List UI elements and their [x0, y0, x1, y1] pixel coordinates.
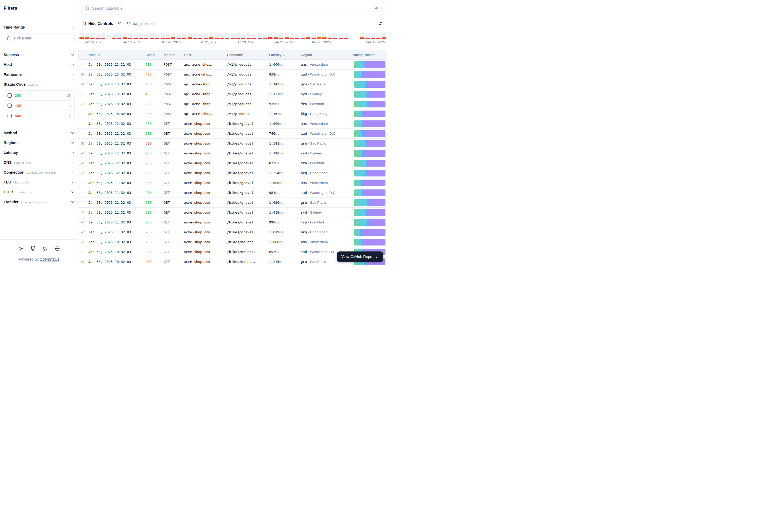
- table-row[interactable]: Jan 30, 2025 13:32:03 200 POST api.acme-…: [78, 79, 386, 89]
- histogram-bar[interactable]: [312, 33, 316, 39]
- histogram-bar[interactable]: [187, 33, 192, 39]
- filter-section-header[interactable]: Regions: [4, 138, 74, 148]
- histogram-bar[interactable]: [160, 33, 165, 39]
- histogram-bar[interactable]: [220, 33, 224, 39]
- sort-icon[interactable]: [283, 53, 286, 57]
- filter-section-header[interactable]: TTFB timing.ttfb: [4, 187, 74, 197]
- table-row[interactable]: Jan 30, 2025 10:32:03 200 GET acme-shop.…: [78, 237, 386, 247]
- table-row[interactable]: Jan 30, 2025 13:32:03 400 POST api.acme-…: [78, 89, 386, 99]
- histogram-bar[interactable]: [268, 33, 273, 39]
- histogram-bar[interactable]: [209, 33, 213, 39]
- histogram-bar[interactable]: [349, 33, 354, 39]
- histogram-bar[interactable]: [247, 33, 251, 39]
- table-row[interactable]: Jan 30, 2025 11:32:03 200 GET acme-shop.…: [78, 188, 386, 198]
- histogram-bar[interactable]: [360, 33, 364, 39]
- histogram-bar[interactable]: [204, 33, 208, 39]
- table-row[interactable]: Jan 30, 2025 13:32:03 200 POST api.acme-…: [78, 109, 386, 119]
- column-header[interactable]: Pathname: [227, 53, 269, 57]
- table-row[interactable]: Jan 30, 2025 12:32:03 500 GET acme-shop.…: [78, 139, 386, 148]
- histogram-bar[interactable]: [322, 33, 327, 39]
- column-header[interactable]: Region: [301, 53, 352, 57]
- histogram-bar[interactable]: [263, 33, 267, 39]
- column-header[interactable]: Date: [88, 53, 145, 57]
- column-header[interactable]: Timing Phases: [352, 53, 386, 57]
- view-options-button[interactable]: [376, 19, 385, 28]
- histogram-bar[interactable]: [274, 33, 278, 39]
- table-row[interactable]: Jan 30, 2025 11:32:03 200 GET acme-shop.…: [78, 227, 386, 237]
- globe-icon[interactable]: [55, 246, 60, 251]
- histogram-bar[interactable]: [117, 33, 121, 39]
- table-row[interactable]: Jan 30, 2025 13:32:03 200 POST api.acme-…: [78, 60, 386, 70]
- histogram-bar[interactable]: [215, 33, 219, 39]
- status-code-option[interactable]: 500 2: [4, 111, 74, 121]
- table-row[interactable]: Jan 30, 2025 11:32:03 200 GET acme-shop.…: [78, 217, 386, 227]
- histogram-bar[interactable]: [285, 33, 289, 39]
- histogram-bar[interactable]: [112, 33, 116, 39]
- table-row[interactable]: Jan 30, 2025 11:32:03 200 GET acme-shop.…: [78, 208, 386, 217]
- table-row[interactable]: Jan 30, 2025 11:32:03 200 GET acme-shop.…: [78, 198, 386, 208]
- histogram-bar[interactable]: [176, 33, 181, 39]
- table-row[interactable]: Jan 30, 2025 13:32:03 400 POST api.acme-…: [78, 70, 386, 79]
- table-row[interactable]: Jan 30, 2025 11:32:03 200 GET acme-shop.…: [78, 178, 386, 188]
- table-row[interactable]: Jan 30, 2025 12:32:03 200 GET acme-shop.…: [78, 158, 386, 168]
- github-icon[interactable]: [31, 246, 35, 251]
- histogram-bar[interactable]: [376, 33, 381, 39]
- column-header[interactable]: Latency: [269, 53, 301, 57]
- filter-section-header[interactable]: Status Code status: [4, 79, 74, 89]
- sort-icon[interactable]: [97, 53, 100, 57]
- openstatus-link[interactable]: OpenStatus: [40, 257, 60, 261]
- histogram-bar[interactable]: [301, 33, 305, 39]
- filter-section-header[interactable]: Success: [4, 50, 74, 60]
- histogram-bar[interactable]: [279, 33, 283, 39]
- histogram-bar[interactable]: [328, 33, 332, 39]
- sun-icon[interactable]: [18, 246, 23, 251]
- histogram-bar[interactable]: [139, 33, 143, 39]
- view-github-repo-button[interactable]: View GitHub Repo: [337, 251, 383, 262]
- histogram-bar[interactable]: [106, 33, 111, 39]
- column-header[interactable]: Method: [163, 53, 184, 57]
- histogram-bar[interactable]: [79, 33, 84, 39]
- histogram-bar[interactable]: [225, 33, 229, 39]
- histogram-bar[interactable]: [85, 33, 89, 39]
- histogram-bar[interactable]: [382, 33, 386, 39]
- histogram-bar[interactable]: [171, 33, 175, 39]
- histogram-bar[interactable]: [155, 33, 159, 39]
- filter-section-header[interactable]: Host: [4, 60, 74, 70]
- date-picker-input[interactable]: Pick a date: [4, 33, 74, 43]
- histogram-bar[interactable]: [306, 33, 310, 39]
- histogram-bar[interactable]: [295, 33, 300, 39]
- filter-section-header[interactable]: Transfer timing.transfer: [4, 197, 74, 207]
- histogram-bar[interactable]: [355, 33, 359, 39]
- filter-section-header[interactable]: Time Range: [4, 22, 74, 32]
- filter-section-header[interactable]: Pathname: [4, 70, 74, 79]
- histogram-bar[interactable]: [96, 33, 100, 39]
- filter-section-header[interactable]: TLS timing.tls: [4, 177, 74, 187]
- table-row[interactable]: Jan 30, 2025 13:32:03 200 POST api.acme-…: [78, 99, 386, 109]
- histogram-bar[interactable]: [122, 33, 127, 39]
- histogram-bar[interactable]: [258, 33, 262, 39]
- search-input[interactable]: [92, 6, 373, 10]
- histogram-bar[interactable]: [339, 33, 343, 39]
- filter-section-header[interactable]: Connection timing.connection: [4, 167, 74, 177]
- table-row[interactable]: Jan 30, 2025 12:32:03 200 GET acme-shop.…: [78, 168, 386, 178]
- column-header[interactable]: Host: [184, 53, 227, 57]
- histogram-bar[interactable]: [231, 33, 235, 39]
- histogram-bar[interactable]: [90, 33, 94, 39]
- histogram-bar[interactable]: [144, 33, 148, 39]
- status-code-option[interactable]: 400 3: [4, 101, 74, 111]
- histogram-bar[interactable]: [365, 33, 370, 39]
- status-code-option[interactable]: 200 25: [4, 91, 74, 101]
- histogram-bar[interactable]: [333, 33, 337, 39]
- histogram-bar[interactable]: [252, 33, 256, 39]
- histogram-bar[interactable]: [133, 33, 138, 39]
- histogram-bar[interactable]: [236, 33, 240, 39]
- histogram-bar[interactable]: [344, 33, 348, 39]
- histogram-bar[interactable]: [128, 33, 132, 39]
- histogram-bar[interactable]: [193, 33, 197, 39]
- histogram-bar[interactable]: [166, 33, 170, 39]
- histogram-bar[interactable]: [241, 33, 246, 39]
- filter-section-header[interactable]: DNS timing.dns: [4, 158, 74, 167]
- table-row[interactable]: Jan 30, 2025 12:32:03 200 GET acme-shop.…: [78, 129, 386, 139]
- checkbox[interactable]: [8, 114, 12, 118]
- filter-section-header[interactable]: Latency: [4, 148, 74, 158]
